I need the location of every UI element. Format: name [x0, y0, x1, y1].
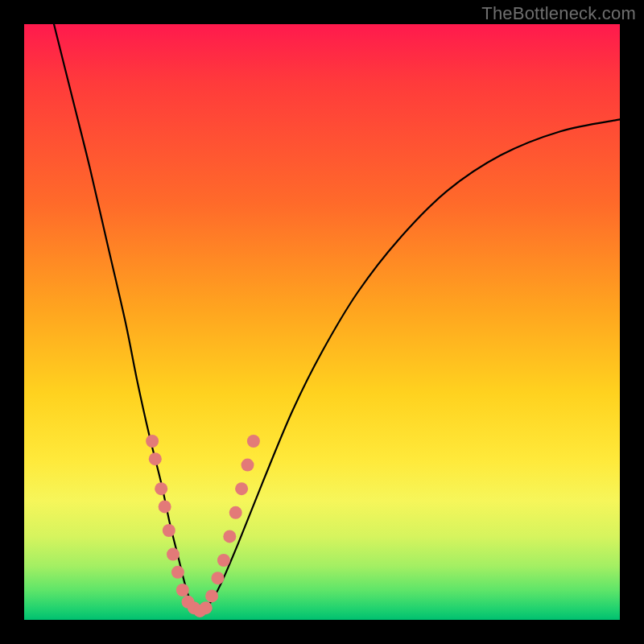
- data-point: [242, 459, 254, 472]
- plot-area: [24, 24, 620, 620]
- data-point: [217, 554, 230, 567]
- data-point: [171, 566, 184, 579]
- highlighted-points: [146, 435, 260, 617]
- data-point: [235, 482, 248, 495]
- bottleneck-curve: [54, 24, 620, 611]
- data-point: [155, 482, 167, 495]
- curve-layer: [24, 24, 620, 620]
- data-point: [149, 452, 162, 465]
- chart-frame: TheBottleneck.com: [0, 0, 644, 644]
- data-point: [159, 500, 171, 513]
- data-point: [223, 530, 236, 543]
- data-point: [167, 548, 180, 561]
- watermark-text: TheBottleneck.com: [481, 3, 636, 24]
- data-point: [212, 572, 225, 584]
- data-point: [146, 435, 159, 448]
- data-point: [229, 506, 242, 519]
- data-point: [163, 524, 175, 537]
- data-point: [200, 601, 213, 614]
- data-point: [176, 584, 189, 597]
- data-point: [205, 589, 218, 602]
- data-point: [247, 435, 260, 448]
